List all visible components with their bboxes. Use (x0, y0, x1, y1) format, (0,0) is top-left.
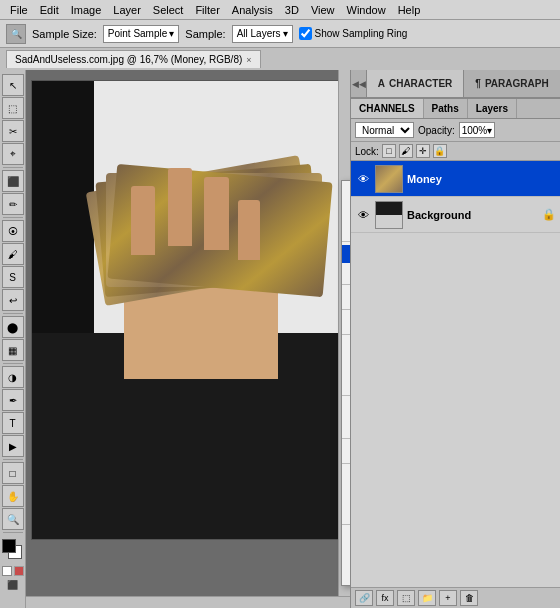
ctx-copy-style[interactable]: Copy Layer Style (342, 467, 350, 485)
paths-tab[interactable]: Paths (424, 99, 468, 118)
eyedropper-icon: 🔍 (6, 24, 26, 44)
canvas-scrollbar-horizontal[interactable] (26, 596, 350, 608)
path-select-tool[interactable]: ▶ (2, 435, 24, 457)
menu-3d[interactable]: 3D (279, 2, 305, 18)
sample-label: Sample: (185, 28, 225, 40)
sampling-ring-checkbox[interactable] (299, 27, 312, 40)
ctx-clear-style[interactable]: Clear Layer Style (342, 503, 350, 521)
menu-view[interactable]: View (305, 2, 341, 18)
menu-image[interactable]: Image (65, 2, 108, 18)
canvas-area: Layer Properties... Blending Options... … (26, 70, 350, 608)
spot-heal-tool[interactable]: ⦿ (2, 220, 24, 242)
tab-close-button[interactable]: × (246, 55, 251, 65)
right-panel: ◀◀ A CHARACTER ¶ PARAGRAPH CHANNELS Path… (350, 70, 560, 608)
ctx-convert-smart[interactable]: Convert to Smart Object (342, 288, 350, 306)
panel-collapse-icon[interactable]: ◀◀ (351, 70, 367, 97)
new-group-btn[interactable]: 📁 (418, 590, 436, 606)
delete-layer-btn[interactable]: 🗑 (460, 590, 478, 606)
ctx-flatten-image[interactable]: Flatten Image (342, 564, 350, 582)
crop-tool[interactable]: ⬛ (2, 170, 24, 192)
layer-thumb-money (375, 165, 403, 193)
hand-tool[interactable]: ✋ (2, 485, 24, 507)
toolbox: ↖ ⬚ ✂ ⌖ ⬛ ✏ ⦿ 🖌 S ↩ ⬤ ▦ ◑ ✒ T ▶ □ ✋ 🔍 ⬛ (0, 70, 26, 608)
sampling-ring-wrap[interactable]: Show Sampling Ring (299, 27, 408, 40)
layer-eye-money[interactable]: 👁 (355, 171, 371, 187)
quick-select-tool[interactable]: ⌖ (2, 143, 24, 165)
ctx-paste-style[interactable]: Paste Layer Style (342, 485, 350, 503)
ctx-layer-properties[interactable]: Layer Properties... (342, 184, 350, 202)
screen-mode-btn[interactable]: ⬛ (7, 580, 18, 590)
lock-transparent-btn[interactable]: □ (382, 144, 396, 158)
lock-pixels-btn[interactable]: 🖌 (399, 144, 413, 158)
sample-size-label: Sample Size: (32, 28, 97, 40)
ctx-link-layers[interactable]: Link Layers (342, 399, 350, 417)
lock-position-btn[interactable]: ✛ (416, 144, 430, 158)
canvas-image (31, 80, 341, 540)
layer-row-money[interactable]: 👁 Money (351, 161, 560, 197)
menu-layer[interactable]: Layer (107, 2, 147, 18)
ctx-create-clipping[interactable]: Create Clipping Mask (342, 374, 350, 392)
shape-tool[interactable]: □ (2, 462, 24, 484)
layer-thumb-background (375, 201, 403, 229)
zoom-tool[interactable]: 🔍 (2, 508, 24, 530)
gradient-tool[interactable]: ▦ (2, 339, 24, 361)
menu-window[interactable]: Window (341, 2, 392, 18)
opacity-arrow-icon: ▾ (487, 125, 492, 136)
quick-mask-btn[interactable] (14, 566, 24, 576)
channels-tab[interactable]: CHANNELS (351, 99, 424, 118)
add-layer-style-btn[interactable]: fx (376, 590, 394, 606)
ctx-edit-adjustment[interactable]: Edit Adjustment... (342, 220, 350, 238)
blend-mode-select[interactable]: Normal (355, 122, 414, 138)
ctx-merge-down[interactable]: Merge Down (342, 528, 350, 546)
ctx-delete-layer[interactable]: Delete Layer (342, 263, 350, 281)
type-tool[interactable]: T (2, 412, 24, 434)
foreground-color-swatch[interactable] (2, 539, 16, 553)
ctx-enable-layer-mask[interactable]: Enable Layer Mask (342, 338, 350, 356)
color-swatch-area[interactable] (2, 539, 24, 561)
opacity-input[interactable]: 100% ▾ (459, 122, 495, 138)
dodge-tool[interactable]: ◑ (2, 366, 24, 388)
layer-row-background[interactable]: 👁 Background 🔒 (351, 197, 560, 233)
canvas-finger-3 (204, 177, 229, 250)
move-tool[interactable]: ↖ (2, 74, 24, 96)
menu-help[interactable]: Help (392, 2, 427, 18)
ctx-sep-3 (342, 309, 350, 310)
sample-dropdown[interactable]: All Layers ▾ (232, 25, 293, 43)
ctx-duplicate-layer[interactable]: Duplicate Layer... (342, 245, 350, 263)
clone-stamp-tool[interactable]: S (2, 266, 24, 288)
menu-filter[interactable]: Filter (189, 2, 225, 18)
ctx-rasterize[interactable]: Rasterize Layer (342, 313, 350, 331)
ctx-select-linked[interactable]: Select Linked Layers (342, 417, 350, 435)
eyedropper-tool[interactable]: ✏ (2, 193, 24, 215)
standard-mode-btn[interactable] (2, 566, 12, 576)
history-brush-tool[interactable]: ↩ (2, 289, 24, 311)
lock-all-btn[interactable]: 🔒 (433, 144, 447, 158)
ctx-merge-visible[interactable]: Merge Visible (342, 546, 350, 564)
sample-size-value: Point Sample (108, 28, 167, 39)
marquee-tool[interactable]: ⬚ (2, 97, 24, 119)
layer-name-money: Money (407, 173, 442, 185)
ctx-enable-vector-mask[interactable]: Enable Vector Mask (342, 356, 350, 374)
menu-select[interactable]: Select (147, 2, 190, 18)
brush-tool[interactable]: 🖌 (2, 243, 24, 265)
menu-file[interactable]: File (4, 2, 34, 18)
character-tab-label: CHARACTER (389, 78, 452, 89)
ctx-sep-5 (342, 395, 350, 396)
add-mask-btn[interactable]: ⬚ (397, 590, 415, 606)
layers-tab[interactable]: Layers (468, 99, 517, 118)
sample-size-dropdown[interactable]: Point Sample ▾ (103, 25, 179, 43)
menu-analysis[interactable]: Analysis (226, 2, 279, 18)
eraser-tool[interactable]: ⬤ (2, 316, 24, 338)
ctx-blending-options[interactable]: Blending Options... (342, 202, 350, 220)
link-layers-btn[interactable]: 🔗 (355, 590, 373, 606)
document-tab[interactable]: SadAndUseless.com.jpg @ 16,7% (Money, RG… (6, 50, 261, 68)
canvas-finger-4 (238, 200, 260, 260)
pen-tool[interactable]: ✒ (2, 389, 24, 411)
layer-eye-background[interactable]: 👁 (355, 207, 371, 223)
lasso-tool[interactable]: ✂ (2, 120, 24, 142)
menu-edit[interactable]: Edit (34, 2, 65, 18)
paragraph-tab[interactable]: ¶ PARAGRAPH (464, 70, 560, 97)
character-tab[interactable]: A CHARACTER (367, 70, 464, 97)
new-layer-btn[interactable]: + (439, 590, 457, 606)
ctx-select-similar[interactable]: Select Similar Layers (342, 442, 350, 460)
